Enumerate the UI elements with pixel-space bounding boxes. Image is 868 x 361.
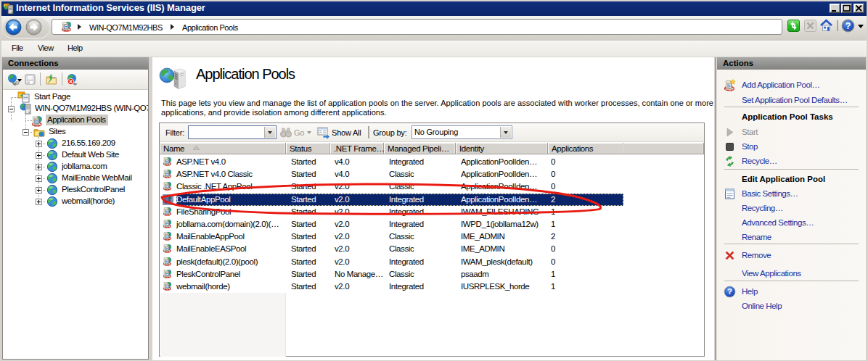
svg-text:?: ? [846, 21, 851, 31]
svg-text:?: ? [727, 287, 732, 296]
